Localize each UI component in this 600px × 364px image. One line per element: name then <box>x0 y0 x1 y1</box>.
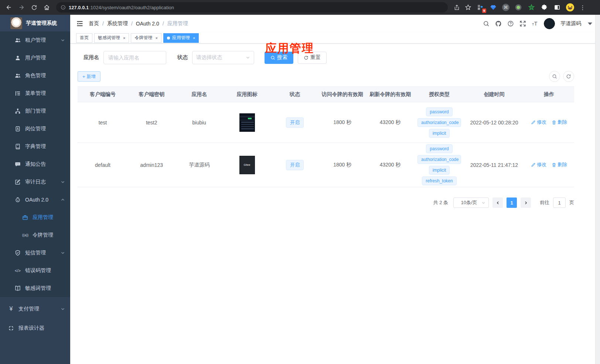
browser-home-button[interactable] <box>41 2 52 13</box>
close-icon[interactable]: × <box>123 36 125 40</box>
sidebar-item-role[interactable]: 角色管理 <box>0 67 70 85</box>
id-badge-icon <box>15 126 21 132</box>
chevron-down-icon <box>61 307 65 311</box>
url-bar[interactable]: 127.0.0.1:1024/system/oauth2/oauth2/appl… <box>56 2 448 13</box>
sidebar-item-label: 通知公告 <box>25 161 46 168</box>
app-logo[interactable]: 芋道管理系统 <box>0 15 70 31</box>
github-icon[interactable] <box>495 20 502 27</box>
app-icon-image <box>239 113 255 132</box>
page-size-select[interactable]: 10条/页 <box>453 198 489 208</box>
app-name-label: 应用名 <box>83 54 99 61</box>
sidebar-item-token[interactable]: ((a)) 令牌管理 <box>0 226 70 244</box>
prev-page-button[interactable] <box>492 198 503 208</box>
close-icon[interactable]: × <box>193 36 195 40</box>
browser-forward-button[interactable] <box>16 2 27 13</box>
fullscreen-icon[interactable] <box>519 20 526 27</box>
next-page-button[interactable] <box>521 198 531 208</box>
sidebar-item-notice[interactable]: 通知公告 <box>0 155 70 173</box>
sidebar-item-sensitive-word[interactable]: 敏感词管理 <box>0 279 70 297</box>
search-icon <box>552 74 557 79</box>
sidebar-item-user[interactable]: 用户管理 <box>0 49 70 67</box>
sidebar-item-tenant[interactable]: 租户管理 <box>0 31 70 49</box>
delete-link[interactable]: 删除 <box>552 119 567 126</box>
profile-avatar-icon[interactable] <box>566 3 574 11</box>
search-icon[interactable] <box>483 20 490 27</box>
extension-puzzle-icon[interactable] <box>540 3 548 11</box>
sidebar-item-label: 审计日志 <box>25 179 46 185</box>
sidebar-item-errorcode[interactable]: </> 错误码管理 <box>0 262 70 279</box>
users-icon <box>15 37 21 43</box>
status-badge[interactable]: 开启 <box>286 117 304 128</box>
sidebar-item-application[interactable]: 应用管理 <box>0 209 70 226</box>
sidebar-item-dept[interactable]: 部门管理 <box>0 102 70 120</box>
sidebar-item-label: 租户管理 <box>25 37 46 44</box>
svg-text:T: T <box>532 22 534 26</box>
sidebar-item-label: 菜单管理 <box>25 90 46 97</box>
page-scrollbar[interactable] <box>595 15 600 364</box>
sidebar-collapse-icon[interactable] <box>76 20 83 27</box>
cell-access-validity: 1800 秒 <box>318 143 366 187</box>
toggle-search-button[interactable] <box>549 71 560 82</box>
sidebar-item-dict[interactable]: 字典管理 <box>0 138 70 155</box>
app-name-input[interactable] <box>103 51 166 64</box>
edit-link[interactable]: 修改 <box>531 161 546 168</box>
sidebar-item-label: 报表设计器 <box>18 325 44 332</box>
sidebar-item-pay[interactable]: ¥ 支付管理 <box>0 299 70 319</box>
tabs-bar: 首页 敏感词管理× 令牌管理× 应用管理× <box>70 32 600 44</box>
grant-tag: password <box>426 107 452 116</box>
status-select[interactable]: 请选择状态 <box>192 51 254 64</box>
extension-record-icon[interactable] <box>514 3 522 11</box>
user-avatar[interactable] <box>544 18 555 29</box>
sidebar-item-post[interactable]: 岗位管理 <box>0 120 70 138</box>
tab-token[interactable]: 令牌管理× <box>131 33 161 43</box>
tab-home[interactable]: 首页 <box>76 33 92 43</box>
tab-sensitive-word[interactable]: 敏感词管理× <box>94 33 129 43</box>
chevron-down-icon <box>481 201 485 205</box>
site-info-icon[interactable] <box>61 5 66 10</box>
goto-page-input[interactable] <box>553 198 566 208</box>
cell-grant-types: password authorization_code implicit ref… <box>414 143 464 187</box>
help-icon[interactable] <box>507 20 514 27</box>
add-button[interactable]: + 新增 <box>78 71 100 82</box>
font-size-icon[interactable]: TT <box>532 20 538 27</box>
extension-star-icon[interactable] <box>527 3 535 11</box>
chevron-down-icon <box>246 55 250 60</box>
share-icon[interactable] <box>454 4 460 11</box>
cell-refresh-validity: 43200 秒 <box>366 143 414 187</box>
sidebar-item-report-designer[interactable]: 报表设计器 <box>0 319 70 338</box>
browser-menu-icon[interactable]: ⋮ <box>579 4 586 11</box>
delete-link[interactable]: 删除 <box>552 161 567 168</box>
breadcrumb-system[interactable]: 系统管理 <box>107 20 128 27</box>
chevron-up-icon <box>61 198 65 202</box>
bookmark-star-icon[interactable] <box>465 4 471 11</box>
refresh-table-button[interactable] <box>563 71 574 82</box>
extension-command-icon[interactable]: ⌘ <box>502 4 509 11</box>
tab-application[interactable]: 应用管理× <box>163 33 199 43</box>
caret-down-icon[interactable] <box>587 20 593 27</box>
browser-back-button[interactable] <box>4 2 14 13</box>
breadcrumb-current: 应用管理 <box>167 20 188 27</box>
robot-icon <box>15 197 21 203</box>
sidebar-item-sms[interactable]: 短信管理 <box>0 244 70 262</box>
sidebar-item-audit-log[interactable]: 审计日志 <box>0 173 70 191</box>
col-app-icon: 应用图标 <box>223 87 271 102</box>
status-badge[interactable]: 开启 <box>286 160 304 170</box>
username[interactable]: 芋道源码 <box>560 20 581 27</box>
trash-icon <box>552 120 556 125</box>
breadcrumb-home[interactable]: 首页 <box>89 20 99 27</box>
sidebar-item-oauth[interactable]: OAuth 2.0 <box>0 191 70 209</box>
breadcrumb-oauth[interactable]: OAuth 2.0 <box>136 21 159 27</box>
annotation-text: 应用管理 <box>265 41 314 56</box>
extension-grid-icon[interactable]: 9 <box>476 3 484 11</box>
extension-sidepanel-icon[interactable] <box>553 3 561 11</box>
sidebar-item-menu[interactable]: 菜单管理 <box>0 85 70 102</box>
sidebar-item-label: 角色管理 <box>25 72 46 79</box>
cell-actions: 修改 删除 <box>524 143 574 187</box>
org-chart-icon <box>15 108 21 114</box>
close-icon[interactable]: × <box>155 36 157 40</box>
browser-reload-button[interactable] <box>29 2 39 13</box>
cell-client-id: test <box>78 102 128 143</box>
edit-link[interactable]: 修改 <box>531 119 546 126</box>
extension-gem-icon[interactable] <box>489 3 497 11</box>
page-number-1[interactable]: 1 <box>507 198 517 208</box>
